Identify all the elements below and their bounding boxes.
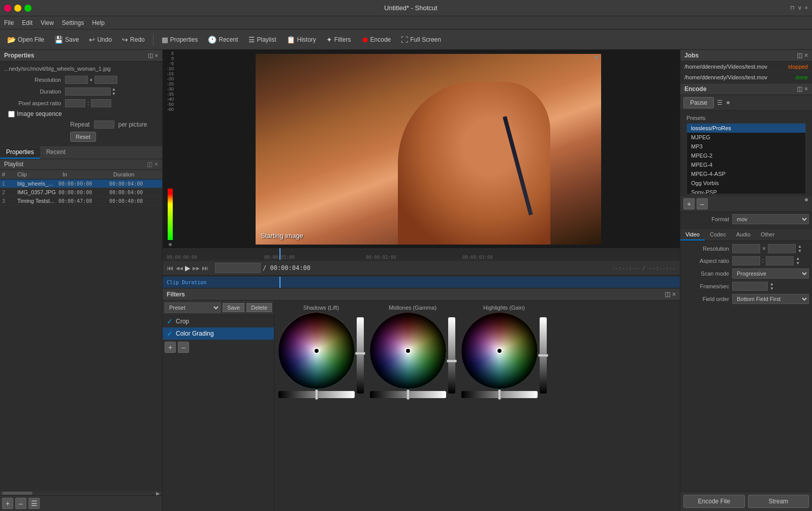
clip-duration-bar[interactable]: Clip Duration [163, 277, 680, 288]
timeline-ruler[interactable]: 00:00:00:00 00:00:01:00 00:00:02:00 00:0… [163, 248, 680, 260]
menu-help[interactable]: Help [92, 19, 105, 26]
toolbar: 📂 Open File 💾 Save ↩ Undo ↪ Redo ▦ Prope… [0, 29, 812, 50]
prev-frame-button[interactable]: ◂◂ [176, 264, 183, 272]
image-sequence-checkbox[interactable] [8, 111, 15, 117]
fieldorder-select[interactable]: Bottom Field First Top Field First [732, 294, 809, 304]
next-frame-button[interactable]: ▸▸ [193, 264, 200, 272]
preset-add-button[interactable]: + [683, 198, 695, 209]
pause-button[interactable]: Pause [683, 97, 714, 108]
shadows-vertical-slider[interactable] [357, 317, 364, 394]
filter-item-crop[interactable]: ✓ Crop [163, 315, 274, 327]
menu-edit[interactable]: Edit [22, 19, 33, 26]
filter-add-button[interactable]: + [165, 342, 176, 353]
close-button[interactable] [4, 5, 11, 12]
save-button[interactable]: 💾 Save [50, 34, 83, 46]
encode-aspect-h-input[interactable]: 9 [766, 256, 794, 265]
encode-tab-video[interactable]: Video [680, 229, 705, 241]
encode-tab-audio[interactable]: Audio [731, 229, 756, 241]
menubar: File Edit View Settings Help [0, 16, 812, 29]
playlist-remove-button[interactable]: – [15, 498, 26, 509]
pixel-aspect-row: Pixel aspect ratio 1 : 1 [4, 99, 158, 107]
pixel-aspect-h-input[interactable]: 1 [91, 99, 111, 107]
preset-item-mp3[interactable]: MP3 [687, 142, 805, 151]
list-item[interactable]: 2 IMG_0357.JPG 00:00:00:00 00:00:04:00 [0, 188, 162, 197]
preset-item-mjpeg[interactable]: MJPEG [687, 133, 805, 142]
tab-properties[interactable]: Properties [0, 146, 40, 159]
menu-view[interactable]: View [41, 19, 54, 26]
jobs-header: Jobs ◫ × [680, 50, 812, 62]
properties-button[interactable]: ▦ Properties [158, 34, 202, 46]
filter-checkbox-crop[interactable]: ✓ [167, 317, 173, 325]
preset-item-mpeg4asp[interactable]: MPEG-4-ASP [687, 169, 805, 178]
midtones-color-wheel[interactable] [370, 313, 446, 389]
encode-height-input[interactable]: 1080 [768, 244, 796, 253]
encode-tab-codec[interactable]: Codec [705, 229, 731, 241]
skip-begin-button[interactable]: ⏮ [167, 264, 174, 272]
play-button[interactable]: ▶ [185, 264, 191, 272]
encode-width-input[interactable]: 1920 [732, 244, 760, 253]
highlights-color-wheel[interactable] [461, 313, 538, 389]
menu-settings[interactable]: Settings [62, 19, 84, 26]
highlights-bottom-slider[interactable] [461, 391, 538, 398]
encode-section: Encode ◫ × Pause ☰ Presets lossless/ProR… [680, 83, 812, 511]
encode-menu-icon[interactable]: ☰ [717, 99, 723, 106]
fullscreen-button[interactable]: ⛶ Full Screen [397, 34, 445, 46]
job-item-2[interactable]: /home/ddennedy/Videos/test.mov done [680, 72, 812, 83]
preset-item-ogg[interactable]: Ogg Vorbis [687, 178, 805, 188]
job-item-1[interactable]: /home/ddennedy/Videos/test.mov stopped [680, 62, 812, 72]
playlist-scrollbar[interactable]: ▶ [0, 491, 162, 495]
encode-fps-input[interactable]: 24.00 [732, 282, 768, 291]
undo-button[interactable]: ↩ Undo [85, 34, 116, 46]
filter-remove-button[interactable]: – [178, 342, 189, 353]
encode-file-button[interactable]: Encode File [683, 495, 745, 508]
preset-item-lossless[interactable]: lossless/ProRes [687, 124, 805, 133]
filter-delete-button[interactable]: Delete [246, 303, 272, 312]
list-item[interactable]: 3 Timing Testsl... 00:00:47:08 00:00:40:… [0, 197, 162, 205]
minimize-button[interactable] [14, 5, 21, 12]
midtones-vertical-slider[interactable] [448, 317, 455, 394]
repeat-input[interactable]: 1 [94, 121, 114, 129]
shadows-bottom-slider[interactable] [278, 391, 355, 398]
redo-button[interactable]: ↪ Redo [118, 34, 149, 46]
highlights-vertical-slider[interactable] [540, 317, 547, 394]
preset-item-mpeg4[interactable]: MPEG-4 [687, 160, 805, 169]
shadows-color-wheel[interactable] [278, 313, 355, 389]
filter-checkbox-colorgrading[interactable]: ✓ [167, 329, 173, 338]
filters-button[interactable]: ✦ Filters [322, 34, 355, 46]
preset-select[interactable]: Preset [165, 303, 221, 313]
resolution-width-input[interactable]: 1280 [65, 76, 88, 84]
format-select[interactable]: mov mp4 mkv [732, 214, 809, 224]
reset-button[interactable]: Reset [70, 132, 96, 142]
playlist-add-button[interactable]: + [2, 498, 13, 509]
filter-save-button[interactable]: Save [223, 303, 244, 312]
tab-recent[interactable]: Recent [40, 146, 72, 159]
duration-input[interactable]: 00:00:04:00 [65, 87, 111, 96]
encode-aspect-w-input[interactable]: 16 [732, 256, 760, 265]
list-item[interactable]: 1 blg_wheels_... 00:00:00:00 00:00:04:00 [0, 179, 162, 188]
resolution-height-input[interactable]: 720 [95, 76, 117, 84]
encode-header: Encode ◫ × [680, 83, 812, 95]
playlist-tabs: Properties Recent [0, 146, 162, 159]
skip-end-button[interactable]: ⏭ [202, 264, 209, 272]
recent-button[interactable]: 🕐 Recent [204, 34, 242, 46]
open-file-button[interactable]: 📂 Open File [3, 34, 48, 46]
encode-button[interactable]: ⏺ Encode [357, 34, 395, 46]
stream-button[interactable]: Stream [748, 495, 809, 508]
preset-item-sony-psp[interactable]: Sony-PSP [687, 188, 805, 194]
preset-item-mpeg2[interactable]: MPEG-2 [687, 151, 805, 160]
properties-header: Properties ◫ × [0, 50, 162, 62]
menu-file[interactable]: File [4, 19, 14, 26]
undo-icon: ↩ [89, 36, 95, 44]
playlist-menu-button[interactable]: ☰ [28, 498, 40, 509]
history-button[interactable]: 📋 History [283, 34, 320, 46]
preset-remove-button[interactable]: – [697, 198, 708, 209]
pixel-aspect-w-input[interactable]: 1 [65, 99, 85, 107]
maximize-button[interactable] [24, 5, 32, 12]
recent-icon: 🕐 [208, 36, 216, 44]
filter-item-color-grading[interactable]: ✓ Color Grading [163, 327, 274, 340]
midtones-bottom-slider[interactable] [370, 391, 446, 398]
timecode-input[interactable]: 00:00:01:17 [215, 263, 261, 273]
encode-tab-other[interactable]: Other [756, 229, 780, 241]
playlist-button[interactable]: ☰ Playlist [244, 34, 280, 46]
scanmode-select[interactable]: Progressive Interlaced [732, 268, 809, 279]
